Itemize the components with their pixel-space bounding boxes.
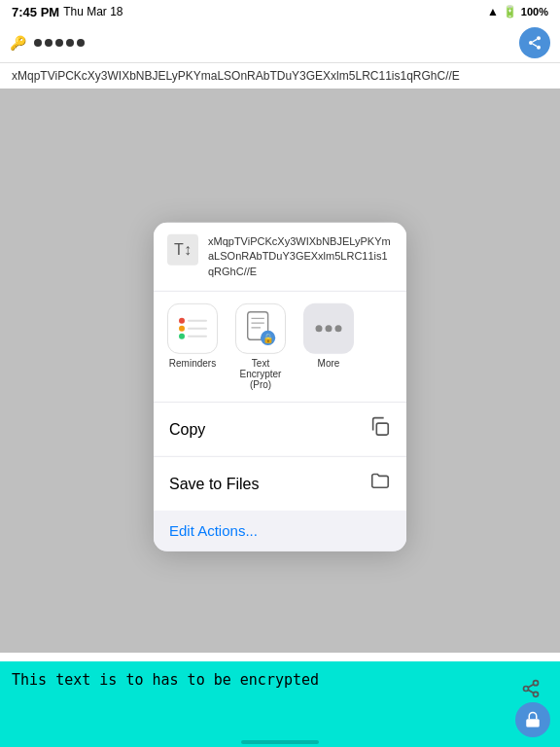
- address-bar: 🔑: [0, 23, 560, 63]
- svg-point-18: [534, 681, 539, 686]
- app-more[interactable]: More: [303, 303, 354, 390]
- save-to-files-action[interactable]: Save to Files: [154, 457, 406, 511]
- svg-line-4: [533, 39, 538, 42]
- address-share-button[interactable]: [519, 27, 550, 58]
- bottom-lock-button[interactable]: [515, 702, 550, 737]
- time-display: 7:45 PM: [12, 5, 59, 19]
- svg-text:🔒: 🔒: [262, 333, 274, 344]
- copy-action[interactable]: Copy: [154, 403, 406, 457]
- lock-icon: 🔑: [10, 35, 26, 51]
- encrypted-text-display: xMqpTViPCKcXy3WIXbNBJELyPKYmaLSOnRAbTDuY…: [0, 63, 560, 89]
- date-display: Thu Mar 18: [63, 5, 122, 18]
- share-preview: T↕ xMqpTViPCKcXy3WIXbNBJELyPKYmaLSOnRAbT…: [154, 223, 406, 292]
- text-input[interactable]: This text is to has to be encrypted: [12, 671, 513, 737]
- reminders-icon: [167, 303, 218, 354]
- svg-line-21: [528, 690, 534, 693]
- password-dots: [34, 39, 85, 47]
- dot-1: [34, 39, 42, 47]
- edit-actions-section[interactable]: Edit Actions...: [154, 511, 406, 551]
- folder-icon: [369, 471, 391, 497]
- svg-point-16: [335, 325, 342, 332]
- reminders-label: Reminders: [169, 358, 216, 369]
- more-icon: [303, 303, 354, 354]
- app-reminders[interactable]: Reminders: [167, 303, 218, 390]
- svg-point-19: [524, 687, 529, 692]
- svg-point-1: [529, 41, 533, 45]
- status-bar: 7:45 PM Thu Mar 18 ▲ 🔋 100%: [0, 0, 560, 23]
- dot-2: [45, 39, 52, 47]
- svg-rect-23: [526, 719, 540, 727]
- svg-rect-17: [376, 423, 388, 435]
- svg-line-3: [533, 44, 538, 47]
- main-content: T↕ xMqpTViPCKcXy3WIXbNBJELyPKYmaLSOnRAbT…: [0, 89, 560, 653]
- more-label: More: [318, 358, 340, 369]
- svg-point-15: [326, 325, 332, 332]
- copy-icon: [369, 416, 391, 443]
- status-time: 7:45 PM Thu Mar 18: [12, 5, 123, 19]
- svg-point-20: [534, 692, 539, 696]
- svg-point-0: [537, 36, 541, 40]
- dot-5: [77, 39, 85, 47]
- text-encrypter-icon: 🔒: [235, 303, 286, 354]
- svg-point-14: [316, 325, 323, 332]
- bottom-input-area: This text is to has to be encrypted: [0, 661, 560, 747]
- preview-doc-icon: T↕: [167, 234, 198, 266]
- text-encrypter-label: Text Encrypter (Pro): [233, 358, 288, 390]
- share-preview-text: xMqpTViPCKcXy3WIXbNBJELyPKYmaLSOnRAbTDuY…: [208, 234, 393, 279]
- share-sheet: T↕ xMqpTViPCKcXy3WIXbNBJELyPKYmaLSOnRAbT…: [154, 223, 406, 551]
- svg-point-2: [537, 46, 541, 50]
- bottom-share-button[interactable]: [513, 671, 548, 706]
- wifi-icon: ▲: [487, 5, 499, 18]
- apps-row: Reminders 🔒 Text Encrypter (Pro): [154, 292, 406, 403]
- save-to-files-label: Save to Files: [169, 475, 259, 492]
- dot-4: [66, 39, 74, 47]
- battery-icon: 🔋: [503, 5, 517, 18]
- svg-line-22: [528, 684, 534, 687]
- dot-3: [55, 39, 63, 47]
- reminders-mini-icon: [173, 312, 213, 345]
- app-text-encrypter[interactable]: 🔒 Text Encrypter (Pro): [233, 303, 288, 390]
- copy-label: Copy: [169, 420, 205, 438]
- home-indicator: [241, 740, 319, 744]
- status-indicators: ▲ 🔋 100%: [487, 5, 548, 18]
- battery-label: 100%: [521, 6, 548, 18]
- edit-actions-link[interactable]: Edit Actions...: [169, 522, 258, 539]
